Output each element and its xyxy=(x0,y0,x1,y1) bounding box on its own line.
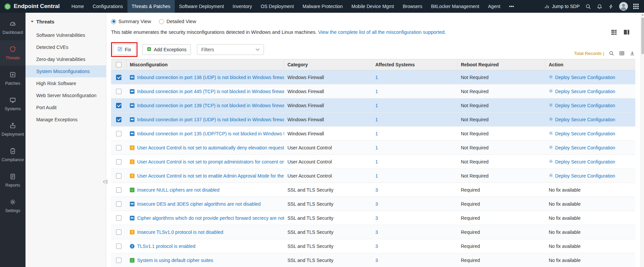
scrollbar-up-arrow[interactable] xyxy=(641,13,644,17)
misconfiguration-link[interactable]: User Account Control is not set to autom… xyxy=(130,145,284,150)
affected-systems-link[interactable]: 1 xyxy=(375,173,378,179)
deploy-secure-configuration-link[interactable]: Deploy Secure Configuration xyxy=(549,159,635,164)
split-view-icon[interactable] xyxy=(622,28,631,36)
bolt-icon[interactable] xyxy=(608,3,614,9)
deploy-secure-configuration-link[interactable]: Deploy Secure Configuration xyxy=(549,145,635,150)
deploy-secure-configuration-link[interactable]: Deploy Secure Configuration xyxy=(549,131,635,136)
nav-item-browsers[interactable]: Browsers xyxy=(398,0,427,13)
nav-item-software-deployment[interactable]: Software Deployment xyxy=(175,0,228,13)
nav-item-home[interactable]: Home xyxy=(67,0,88,13)
affected-systems-link[interactable]: 3 xyxy=(375,229,378,235)
deploy-secure-configuration-link[interactable]: Deploy Secure Configuration xyxy=(549,117,635,122)
misconfiguration-link[interactable]: Inbound connection in port 445 (TCP) is … xyxy=(130,89,284,94)
misconfiguration-link[interactable]: Inbound connection in port 138 (UDP) is … xyxy=(130,75,284,80)
nav-item-malware-protection[interactable]: Malware Protection xyxy=(298,0,347,13)
deploy-secure-configuration-link[interactable]: Deploy Secure Configuration xyxy=(549,173,635,179)
summary-view-radio[interactable]: Summary View xyxy=(111,19,151,24)
nav-item-bitlocker-management[interactable]: BitLocker Management xyxy=(427,0,484,13)
affected-systems-link[interactable]: 3 xyxy=(375,244,378,249)
misconfiguration-link[interactable]: Insecure TLSv1.0 protocol is not disable… xyxy=(130,229,284,235)
row-checkbox[interactable] xyxy=(116,229,121,235)
fix-button[interactable]: Fix xyxy=(113,44,136,55)
affected-systems-link[interactable]: 3 xyxy=(375,215,378,221)
rail-item-threats[interactable]: Threats xyxy=(0,40,25,66)
row-checkbox[interactable] xyxy=(116,145,121,150)
deploy-secure-configuration-link[interactable]: Deploy Secure Configuration xyxy=(549,75,635,80)
rail-item-compliance[interactable]: Compliance xyxy=(0,142,25,168)
sidebar-item-high-risk-software[interactable]: High Risk Software xyxy=(25,77,106,89)
misconfiguration-link[interactable]: Inbound connection in port 139 (TCP) is … xyxy=(130,103,284,108)
row-checkbox[interactable] xyxy=(116,89,121,94)
sidebar-item-port-audit[interactable]: Port Audit xyxy=(25,102,106,114)
row-checkbox[interactable] xyxy=(116,75,121,80)
column-chooser-icon[interactable] xyxy=(619,50,625,56)
row-checkbox[interactable] xyxy=(116,187,121,193)
jump-to-sdp-button[interactable]: Jump to SDP xyxy=(544,3,580,9)
nav-item-threats-patches[interactable]: Threats & Patches xyxy=(127,0,175,13)
misconfiguration-link[interactable]: System is using default cipher suites xyxy=(130,258,284,263)
table-search-icon[interactable] xyxy=(608,50,614,56)
row-checkbox[interactable] xyxy=(116,215,121,221)
nav-item-configurations[interactable]: Configurations xyxy=(88,0,127,13)
rail-item-dashboard[interactable]: Dashboard xyxy=(0,15,25,40)
sidebar-item-web-server-misconfiguration[interactable]: Web Server Misconfiguration xyxy=(25,89,106,102)
export-download-icon[interactable] xyxy=(629,50,635,56)
sidebar-item-detected-cves[interactable]: Detected CVEs xyxy=(25,41,106,53)
rail-item-settings[interactable]: Settings xyxy=(0,193,25,218)
affected-systems-link[interactable]: 1 xyxy=(375,103,378,108)
sidebar-header[interactable]: Threats xyxy=(25,19,106,29)
affected-systems-link[interactable]: 1 xyxy=(375,89,378,94)
vertical-scrollbar[interactable] xyxy=(641,13,644,267)
misconfiguration-link[interactable]: User Account Control is not set to enabl… xyxy=(130,173,284,179)
rail-item-reports[interactable]: Reports xyxy=(0,168,25,193)
affected-systems-link[interactable]: 1 xyxy=(375,131,378,136)
rail-item-systems[interactable]: Systems xyxy=(0,91,25,117)
affected-systems-link[interactable]: 3 xyxy=(375,201,378,207)
misconfiguration-link[interactable]: Inbound connection in port 137 (UDP) is … xyxy=(130,117,284,122)
rail-item-patches[interactable]: Patches xyxy=(0,66,25,91)
affected-systems-link[interactable]: 3 xyxy=(375,187,378,193)
misconfiguration-link[interactable]: TLSv1.1 protocol is enabled xyxy=(130,244,284,249)
nav-item-os-deployment[interactable]: OS Deployment xyxy=(256,0,298,13)
row-checkbox[interactable] xyxy=(116,117,121,122)
deploy-secure-configuration-link[interactable]: Deploy Secure Configuration xyxy=(549,103,635,108)
row-checkbox[interactable] xyxy=(116,201,121,207)
row-checkbox[interactable] xyxy=(116,258,121,263)
nav-item-agent[interactable]: Agent xyxy=(484,0,505,13)
row-checkbox[interactable] xyxy=(116,159,121,164)
add-exceptions-button[interactable]: Add Exceptions xyxy=(142,44,191,55)
avatar[interactable] xyxy=(619,2,628,11)
affected-systems-link[interactable]: 3 xyxy=(375,258,378,263)
search-icon[interactable] xyxy=(585,3,591,9)
scrollbar-thumb[interactable] xyxy=(641,17,644,54)
select-all-checkbox[interactable] xyxy=(116,62,121,67)
row-checkbox[interactable] xyxy=(116,131,121,136)
affected-systems-link[interactable]: 1 xyxy=(375,117,378,122)
row-checkbox[interactable] xyxy=(116,103,121,108)
sidebar-collapse-handle[interactable] xyxy=(102,178,109,185)
grid-view-icon[interactable] xyxy=(609,28,619,36)
affected-systems-link[interactable]: 1 xyxy=(375,159,378,164)
total-records-link[interactable]: Total Records | xyxy=(574,51,604,56)
detailed-view-radio[interactable]: Detailed View xyxy=(159,19,196,24)
misconfiguration-link[interactable]: User Account Control is not set to promp… xyxy=(130,159,284,164)
brand[interactable]: Endpoint Central xyxy=(4,0,60,13)
supported-misconfigurations-link[interactable]: View the complete list of all the miscon… xyxy=(318,29,446,35)
affected-systems-link[interactable]: 1 xyxy=(375,75,378,80)
misconfiguration-link[interactable]: Cipher algorithms which do not provide p… xyxy=(130,215,284,221)
sidebar-item-manage-exceptions[interactable]: Manage Exceptions xyxy=(25,114,106,126)
apps-grid-icon[interactable] xyxy=(633,4,639,9)
sidebar-item-system-misconfigurations[interactable]: System Misconfigurations xyxy=(25,65,106,77)
misconfiguration-link[interactable]: Insecure NULL ciphers are not disabled xyxy=(130,187,284,193)
misconfiguration-link[interactable]: Inbound connection in port 135 (UDP/TCP)… xyxy=(130,131,284,136)
rail-item-deployment[interactable]: Deployment xyxy=(0,117,25,142)
deploy-secure-configuration-link[interactable]: Deploy Secure Configuration xyxy=(549,89,635,94)
bell-icon[interactable] xyxy=(596,3,602,9)
nav-item-more[interactable]: ••• xyxy=(505,0,519,13)
affected-systems-link[interactable]: 1 xyxy=(375,145,378,150)
sidebar-item-software-vulnerabilities[interactable]: Software Vulnerabilities xyxy=(25,29,106,41)
sidebar-item-zero-day-vulnerabilities[interactable]: Zero-day Vulnerabilities xyxy=(25,53,106,65)
misconfiguration-link[interactable]: Insecure DES and 3DES cipher algorithms … xyxy=(130,201,284,207)
nav-item-mobile-device-mgmt[interactable]: Mobile Device Mgmt xyxy=(347,0,398,13)
filters-dropdown[interactable]: Filters xyxy=(197,44,264,55)
